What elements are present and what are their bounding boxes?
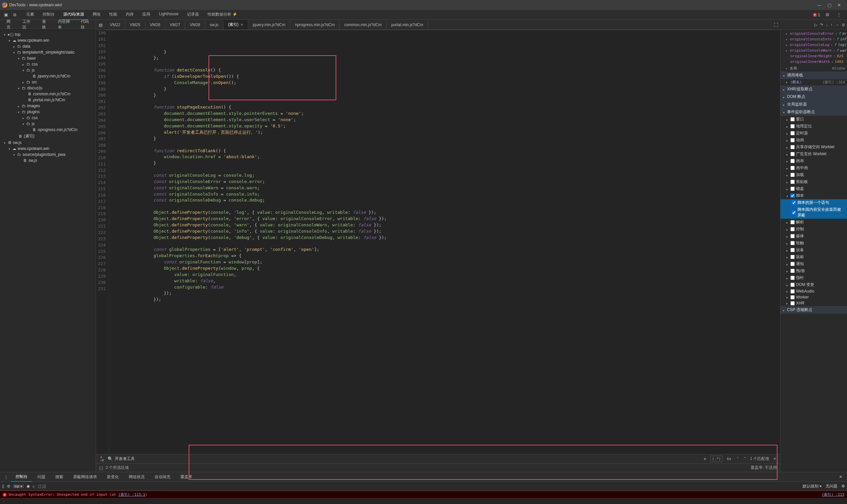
drawer-tab[interactable]: 新变化 [102,472,124,482]
braces-icon[interactable]: { } [99,466,103,470]
panel-tab[interactable]: 记录器 [183,10,203,20]
file-item[interactable]: 🗎 nprogress.min.js?dCm [0,127,96,133]
event-category[interactable]: 媒体 [780,233,847,239]
event-category[interactable]: 指针 [780,274,847,281]
file-tab[interactable]: VM25 [125,20,145,29]
deactivate-breakpoints-icon[interactable]: ⊘ [842,22,845,27]
event-category[interactable]: 画布 [780,158,847,164]
scope-variable[interactable]: originalInnerWidth: 1403 [780,59,847,65]
close-tab-icon[interactable]: ✕ [241,23,243,26]
event-category[interactable]: 脚本的第一个语句 [780,199,847,206]
console-menu-icon[interactable]: ⋮ [2,473,10,481]
file-tab[interactable]: VM28 [185,20,205,29]
scope-variable[interactable]: originalConsoleError: f error() [780,31,847,36]
settings-icon[interactable]: ⚙ [824,11,831,19]
event-category[interactable]: WebAudio [780,288,847,294]
clear-console-icon[interactable]: ⊘ [7,484,10,488]
folder-item[interactable]: 🗀 template/nft_simplelight/static [0,49,96,55]
scope-variable[interactable]: originalConsoleLog: f log() [780,42,847,48]
folder-item[interactable]: 🗀 js [0,121,96,127]
folder-item[interactable]: 🗀 source/plugin/domi_pwa [0,151,96,158]
folder-item[interactable]: ▸▢ top [0,32,96,37]
error-count-badge[interactable]: ✕1 [813,13,820,17]
event-category[interactable]: 画中画 [780,164,847,172]
file-tab[interactable]: common.min.js?dCm [340,20,386,29]
drawer-tab[interactable]: 搜索 [51,472,68,482]
step-into-icon[interactable]: ↓ [826,22,828,27]
error-source-link[interactable]: (索引) :113 [822,492,844,497]
file-tab[interactable]: sw.js [205,20,223,29]
event-category[interactable]: 解析 [780,219,847,226]
step-over-icon[interactable]: ↷ [820,22,823,27]
file-item[interactable]: 🗎 jquery.min.js?dCm [0,73,96,79]
folder-item[interactable]: ☁ www.cpoteam.win [0,146,96,151]
file-item[interactable]: 🗎 sw.js [0,158,96,163]
event-category[interactable]: 剪贴板 [780,178,847,185]
close-search-icon[interactable]: ✕ [772,456,777,462]
sidebar-tab[interactable]: 工作区 [18,17,37,32]
more-icon[interactable]: ⋮ [835,11,843,19]
panel-tab[interactable]: 应用 [138,10,154,20]
step-icon[interactable]: → [835,22,839,27]
scope-variable[interactable]: originalInnerHeight: 826 [780,53,847,59]
minimize-icon[interactable]: — [817,3,822,7]
event-category[interactable]: 广告竞价 Worklet [780,150,847,158]
panel-tab[interactable]: Lighthouse [155,10,182,20]
event-category[interactable]: 键盘 [780,185,847,192]
log-level-selector[interactable]: 默认级别 ▾ [803,484,822,489]
file-tab[interactable]: jquery.min.js?dCm [248,20,290,29]
close-drawer-icon[interactable]: ✕ [836,473,845,481]
file-tab[interactable]: (索引) ✕ [223,20,248,30]
event-category[interactable]: 窗口 [780,116,847,123]
folder-item[interactable]: ⚙ sw.js [0,140,96,146]
context-selector[interactable]: top ▾ [13,485,24,488]
event-category[interactable]: 轻触 [780,239,847,247]
event-category[interactable]: Worker [780,294,847,300]
folder-item[interactable]: 🗀 css [0,61,96,67]
folder-item[interactable]: 🗀 discuz/js [0,85,96,91]
folder-item[interactable]: ☁ www.cpoteam.win [0,37,96,43]
event-category[interactable]: 脚本因内容安全政策而被屏蔽 [780,206,847,219]
console-sidebar-toggle-icon[interactable]: ▯ [2,484,4,488]
console-settings-icon[interactable]: ⚙ [841,484,845,488]
folder-item[interactable]: 🗀 css [0,115,96,121]
panel-tab[interactable]: 性能数据分析 ⚡ [203,10,241,20]
clear-search-icon[interactable]: ⊗ [702,456,708,462]
event-category[interactable]: 动画 [780,137,847,144]
scope-variable[interactable]: originalConsoleInfo: f info() [780,36,847,42]
file-tab[interactable]: nprogress.min.js?dCm [290,20,340,29]
scope-variable[interactable]: originalConsoleWarn: f warn() [780,48,847,53]
debugger-section-header[interactable]: DOM 断点 [780,93,847,101]
callstack-item[interactable]: ▸ (匿名) (索引) :314 [780,79,847,85]
file-item[interactable]: 🗎 (索引) [0,133,96,140]
sidebar-tab[interactable]: 代码段 [76,17,96,32]
debugger-section-header[interactable]: 全局监听器 [780,101,847,108]
event-category[interactable]: 地理定位 [780,123,847,130]
drawer-tab[interactable]: 屏蔽网络请求 [69,472,102,482]
event-category[interactable]: XHR [780,300,847,306]
replace-toggle[interactable]: A↳B [98,455,106,463]
event-category[interactable]: 设备 [780,247,847,253]
resume-icon[interactable]: ▷ [814,22,817,27]
issues-indicator[interactable]: 无问题 [826,484,837,489]
event-category[interactable]: 定时器 [780,130,847,137]
event-category[interactable]: 共享存储空间 Worklet [780,144,847,150]
file-tab[interactable]: VM22 [105,20,125,29]
event-category[interactable]: DOM 变更 [780,281,847,288]
panel-tab[interactable]: 内存 [122,10,138,20]
csp-breakpoints-header[interactable]: CSP 违规断点 [780,306,847,314]
debugger-section-header[interactable]: 事件监听器断点 [780,108,847,116]
filter-input[interactable] [37,484,77,489]
maximize-editor-icon[interactable]: ⛶ [772,21,780,29]
event-category-script[interactable]: 脚本 [780,192,847,199]
close-icon[interactable]: ✕ [837,3,841,7]
file-item[interactable]: 🗎 portal.min.js?dCm [0,97,96,103]
event-category[interactable]: 鼠标 [780,253,847,260]
callstack-header[interactable]: 调用堆栈 [780,71,847,79]
file-tabs-menu-icon[interactable]: ▤ [96,20,105,30]
file-tab[interactable]: VM26 [145,20,165,29]
event-category[interactable]: 通知 [780,260,847,267]
eye-icon[interactable]: ◉ [26,484,30,488]
scope-global[interactable]: 全局 Window [780,65,847,71]
folder-item[interactable]: 🗀 js [0,67,96,73]
